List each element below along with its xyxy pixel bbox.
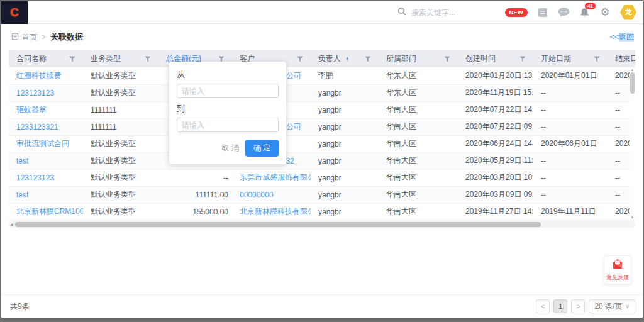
back-link[interactable]: <<返回 [610, 32, 634, 43]
feedback-envelope-icon [611, 258, 624, 272]
contract-name-link[interactable]: 1233123321 [16, 123, 58, 131]
app-logo[interactable]: C [1, 1, 28, 24]
notebook-icon[interactable] [537, 7, 548, 18]
amount-cell: -- [158, 169, 232, 186]
department-cell: 华东大区 [379, 67, 458, 84]
global-search[interactable] [397, 7, 506, 18]
contract-name-cell: test [9, 186, 83, 203]
contract-name-cell: 北京新林膜CRM100用户... [9, 203, 83, 220]
created-time-cell: 2020年01月20日 13:23 [458, 67, 533, 84]
amount-from-input[interactable] [177, 84, 279, 98]
contract-name-link[interactable]: 审批流测试合同 [16, 139, 69, 148]
created-time-cell: 2020年06月24日 14:45 [458, 135, 533, 152]
filter-icon[interactable] [444, 55, 450, 64]
business-type-cell: 1111111 [83, 101, 158, 118]
page-size-select[interactable]: 20 条/页 ∨ [589, 299, 635, 313]
contract-name-link[interactable]: 123123123 [16, 174, 54, 182]
column-label: 创建时间 [465, 54, 496, 63]
home-icon [11, 33, 19, 42]
start-date-cell: -- [533, 101, 608, 118]
business-type-cell: 默认业务类型 [83, 67, 158, 84]
start-date-cell: -- [533, 169, 608, 186]
column-header-department[interactable]: 所属部门 [379, 50, 458, 67]
search-input[interactable] [411, 8, 506, 17]
contract-name-link[interactable]: 北京新林膜CRM100用户... [16, 207, 83, 216]
contracts-table: 合同名称 业务类型 总金额(元) 客户 [9, 50, 635, 221]
horizontal-scrollbar[interactable]: ◀ [9, 221, 635, 228]
column-header-end-date[interactable]: 结束日期 [608, 50, 635, 67]
filter-icon[interactable] [69, 55, 75, 64]
customer-cell: 00000000 [232, 186, 311, 203]
breadcrumb-home[interactable]: 首页 [22, 32, 37, 43]
business-type-cell: 1111111 [83, 118, 158, 135]
column-header-owner[interactable]: 负责人 ▲▼ [311, 50, 379, 67]
logo-letter: C [10, 6, 19, 19]
customer-link[interactable]: 东莞市威盛服饰有限公司 [240, 173, 311, 182]
topbar: C NEW 41 ⚙ 龙 [1, 1, 643, 24]
owner-cell: yangbr [311, 118, 379, 135]
confirm-button[interactable]: 确 定 [245, 140, 279, 157]
scroll-down-icon[interactable]: ▼ [631, 215, 635, 220]
feedback-button[interactable]: 意见反馈 [604, 255, 631, 284]
filter-icon[interactable] [145, 55, 151, 64]
vertical-scroll-thumb[interactable] [630, 72, 635, 94]
settings-gear-icon[interactable]: ⚙ [599, 7, 611, 18]
user-avatar[interactable]: 龙 [620, 5, 636, 20]
prev-page-button[interactable]: < [536, 299, 550, 313]
table-row: 1233123321 1111111 公司 yangbr 华南大区 2020年0… [9, 118, 635, 135]
filter-icon[interactable] [594, 55, 600, 64]
column-label: 业务类型 [91, 54, 121, 63]
table-body: 红圈科技续费 默认业务类型 公司 李鹏 华东大区 2020年01月20日 13:… [9, 67, 635, 220]
filter-icon[interactable] [297, 55, 303, 64]
current-page-button[interactable]: 1 [553, 299, 567, 313]
owner-cell: yangbr [311, 203, 379, 220]
next-page-button[interactable]: > [571, 299, 585, 313]
page: C NEW 41 ⚙ 龙 [1, 1, 643, 318]
start-date-cell: 2020年01月01日 [533, 67, 608, 84]
sort-icon[interactable]: ▲▼ [345, 57, 349, 62]
chevron-down-icon: ∨ [625, 303, 630, 309]
filter-icon[interactable] [365, 55, 371, 64]
column-header-start-date[interactable]: 开始日期 [533, 50, 608, 67]
contract-name-link[interactable]: test [16, 191, 28, 199]
business-type-cell: 默认业务类型 [83, 186, 158, 203]
column-header-business-type[interactable]: 业务类型 [83, 50, 158, 67]
pagination: < 1 > 20 条/页 ∨ [536, 299, 635, 313]
amount-to-input[interactable] [177, 118, 279, 132]
notifications-bell-icon[interactable]: 41 [579, 7, 590, 18]
vertical-scrollbar[interactable]: ▲ ▼ [630, 67, 635, 220]
contract-name-link[interactable]: 红圈科技续费 [16, 71, 62, 80]
start-date-cell: 2020年06月01日 [533, 135, 608, 152]
created-time-cell: 2020年03月09日 09:57 [458, 186, 533, 203]
new-badge[interactable]: NEW [505, 8, 528, 17]
amount-cell: 155000.00 [158, 203, 232, 220]
start-date-cell: -- [533, 152, 608, 169]
customer-link[interactable]: 北京新林膜科技有限公司 [240, 207, 311, 216]
contract-name-link[interactable]: 123123123 [16, 89, 54, 97]
scroll-up-icon[interactable]: ▲ [631, 67, 635, 72]
created-time-cell: 2020年05月29日 11:40 [458, 152, 533, 169]
business-type-cell: 默认业务类型 [83, 169, 158, 186]
department-cell: 华南大区 [379, 118, 458, 135]
contract-name-link[interactable]: test [16, 157, 28, 165]
column-header-contract-name[interactable]: 合同名称 [9, 50, 83, 67]
owner-cell: yangbr [311, 84, 379, 101]
department-cell: 华南大区 [379, 152, 458, 169]
page-title: 关联数据 [50, 31, 83, 43]
notification-count-badge: 41 [585, 3, 596, 9]
amount-cell: 111111.00 [158, 186, 232, 203]
filter-icon[interactable] [519, 55, 526, 64]
messages-icon[interactable] [558, 7, 569, 18]
column-label: 合同名称 [16, 54, 47, 63]
customer-link[interactable]: 00000000 [240, 191, 273, 199]
breadcrumb-separator: > [42, 33, 46, 42]
start-date-cell: 2019年11月11日 [533, 203, 608, 220]
scroll-left-icon[interactable]: ◀ [10, 222, 13, 227]
department-cell: 华南大区 [379, 169, 458, 186]
horizontal-scroll-thumb[interactable] [15, 222, 541, 227]
start-date-cell: -- [533, 118, 608, 135]
contract-name-link[interactable]: 驱蚊器翁 [16, 105, 47, 114]
column-header-created-time[interactable]: 创建时间 [458, 50, 533, 67]
cancel-button[interactable]: 取 消 [221, 143, 238, 153]
department-cell: 华南大区 [379, 186, 458, 203]
